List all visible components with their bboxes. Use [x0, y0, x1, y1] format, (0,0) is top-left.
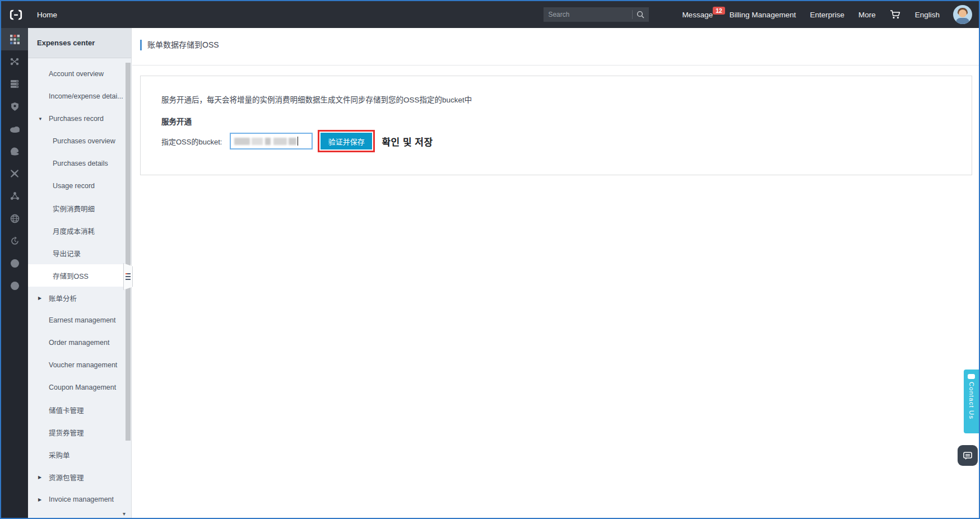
- apps-grid-icon[interactable]: [1, 28, 28, 50]
- page-title: 账单数据存储到OSS: [140, 40, 219, 50]
- search-icon[interactable]: [637, 11, 644, 18]
- sidebar-item-usage-record[interactable]: Usage record: [28, 175, 131, 197]
- sidebar-group-invoice-management[interactable]: ▶Invoice management: [28, 488, 131, 511]
- cloud-icon[interactable]: [1, 118, 28, 140]
- contact-us-tab[interactable]: Contact Us: [964, 370, 979, 433]
- server-icon[interactable]: [1, 73, 28, 95]
- chat-bubble-icon: [962, 450, 973, 461]
- sidebar-menu: Account overview Income/expense detai...…: [28, 63, 131, 511]
- nodes-icon[interactable]: [1, 50, 28, 73]
- nav-more[interactable]: More: [858, 11, 876, 19]
- sidebar-item-purchases-overview[interactable]: Purchases overview: [28, 130, 131, 152]
- sidebar-group-resource-package[interactable]: ▶资源包管理: [28, 466, 131, 488]
- globe-icon[interactable]: [1, 207, 28, 230]
- sidebar-item-instance-consumption-details[interactable]: 实例消费明细: [28, 197, 131, 219]
- search-box[interactable]: [544, 7, 649, 22]
- sidebar-item-pickup-coupon[interactable]: 提货券管理: [28, 421, 131, 443]
- schedule-icon[interactable]: [1, 230, 28, 252]
- service-description: 服务开通后，每天会将增量的实例消费明细数据生成文件同步存储到您的OSS指定的bu…: [161, 93, 472, 105]
- alibaba-cloud-logo-icon[interactable]: [8, 7, 24, 22]
- sidebar-item-stored-value-card[interactable]: 储值卡管理: [28, 399, 131, 421]
- avatar-shirt: [956, 18, 969, 24]
- sidebar-item-order-management[interactable]: Order management: [28, 331, 131, 354]
- sidebar-group-bill-analysis[interactable]: ▶账单分析: [28, 287, 131, 309]
- main-content: 账单数据存储到OSS 服务开通后，每天会将增量的实例消费明细数据生成文件同步存储…: [132, 28, 979, 518]
- sidebar-item-purchase-order[interactable]: 采购单: [28, 443, 131, 466]
- product-rail: [1, 28, 28, 518]
- korean-annotation: 확인 및 저장: [382, 134, 433, 148]
- shield-icon[interactable]: [1, 95, 28, 118]
- sidebar-scroll-down-icon[interactable]: ▾: [123, 511, 126, 517]
- sidebar-item-earnest-management[interactable]: Earnest management: [28, 309, 131, 331]
- sidebar-title: Expenses center: [28, 28, 131, 58]
- contact-bubble-icon: [968, 374, 975, 379]
- bucket-form-row: 指定OSS的bucket: 验证并保存 확인 및 저장: [161, 130, 433, 152]
- nav-enterprise[interactable]: Enterprise: [810, 11, 844, 19]
- chat-widget-button[interactable]: [958, 445, 978, 466]
- header-divider: [132, 65, 979, 66]
- home-link[interactable]: Home: [37, 11, 57, 19]
- nav-billing-management[interactable]: Billing Management: [730, 11, 796, 19]
- chevron-right-icon: ▶: [38, 497, 45, 502]
- contact-us-label: Contact Us: [968, 382, 975, 419]
- cart-icon[interactable]: [890, 10, 901, 20]
- message-count-badge: 12: [713, 7, 725, 15]
- cloud-disk-icon[interactable]: [1, 140, 28, 162]
- sidebar-item-account-overview[interactable]: Account overview: [28, 63, 131, 85]
- sidebar-scrollbar[interactable]: [126, 63, 131, 441]
- triangle-nodes-icon[interactable]: [1, 185, 28, 207]
- sidebar-item-voucher-management[interactable]: Voucher management: [28, 354, 131, 376]
- sidebar-item-export-record[interactable]: 导出记录: [28, 242, 131, 264]
- sidebar-item-monthly-cost[interactable]: 月度成本消耗: [28, 219, 131, 242]
- chevron-right-icon: ▶: [38, 475, 45, 480]
- annotation-highlight-box: 验证并保存: [318, 130, 375, 152]
- bucket-input[interactable]: [230, 133, 313, 149]
- redacted-bucket-value: [234, 138, 296, 145]
- circle-service-icon-1[interactable]: [1, 252, 28, 274]
- circle-service-icon-2[interactable]: [1, 274, 28, 297]
- sidebar-collapse-handle-icon[interactable]: [123, 263, 133, 290]
- sidebar-item-store-to-oss[interactable]: 存储到OSS: [28, 264, 131, 287]
- user-avatar[interactable]: [953, 5, 972, 24]
- search-input[interactable]: [548, 11, 630, 18]
- sidebar-group-purchases-record[interactable]: ▼Purchases record: [28, 107, 131, 130]
- section-title: 服务开通: [161, 115, 192, 127]
- oss-service-card: 服务开通后，每天会将增量的实例消费明细数据生成文件同步存储到您的OSS指定的bu…: [140, 76, 972, 175]
- chevron-right-icon: ▶: [38, 296, 45, 301]
- avatar-face: [959, 10, 967, 17]
- app-window: Home Message12 Billing Management Enterp…: [0, 0, 980, 519]
- sidebar-item-coupon-management[interactable]: Coupon Management: [28, 376, 131, 399]
- chevron-down-icon: ▼: [38, 116, 45, 121]
- language-switcher[interactable]: English: [915, 11, 940, 19]
- top-navbar: Home Message12 Billing Management Enterp…: [1, 1, 979, 28]
- verify-and-save-button[interactable]: 验证并保存: [321, 133, 372, 149]
- search-divider: [632, 10, 633, 19]
- bucket-label: 指定OSS的bucket:: [161, 136, 222, 147]
- expenses-sidebar: Expenses center Account overview Income/…: [28, 28, 132, 518]
- text-caret: [298, 137, 298, 146]
- sidebar-item-income-expense-details[interactable]: Income/expense detai...: [28, 85, 131, 107]
- nav-message[interactable]: Message12: [682, 11, 724, 19]
- sidebar-item-purchases-details[interactable]: Purchases details: [28, 152, 131, 175]
- x-nodes-icon[interactable]: [1, 162, 28, 185]
